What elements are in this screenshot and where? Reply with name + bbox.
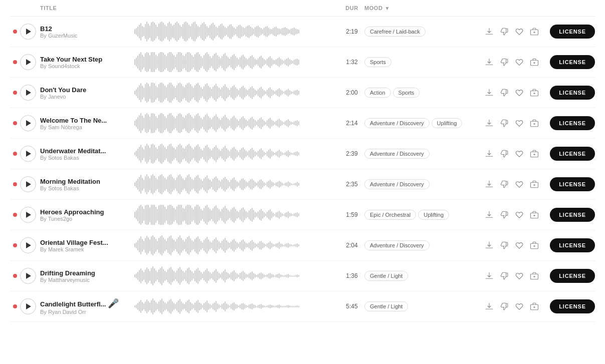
download-icon <box>485 271 494 280</box>
add-to-collection-button[interactable] <box>529 148 540 159</box>
add-to-collection-button[interactable] <box>529 270 540 281</box>
heart-icon <box>515 180 524 189</box>
track-actions <box>480 57 540 68</box>
like-button[interactable] <box>514 301 525 312</box>
play-btn-col <box>20 268 40 284</box>
download-button[interactable] <box>484 301 495 312</box>
track-duration: 2:04 <box>339 242 364 249</box>
license-button[interactable]: LICENSE <box>550 208 595 222</box>
track-title: Underwater Meditat... <box>40 147 125 155</box>
play-button[interactable] <box>20 298 36 314</box>
download-button[interactable] <box>484 240 495 251</box>
license-button[interactable]: LICENSE <box>550 116 595 130</box>
download-button[interactable] <box>484 87 495 98</box>
waveform[interactable] <box>130 144 339 164</box>
play-button[interactable] <box>20 268 36 284</box>
license-button[interactable]: LICENSE <box>550 238 595 252</box>
play-button[interactable] <box>20 115 36 131</box>
track-info: Heroes Approaching By Tunes2go <box>40 208 130 222</box>
add-to-collection-button[interactable] <box>529 118 540 129</box>
waveform[interactable] <box>130 113 339 133</box>
waveform[interactable] <box>130 83 339 103</box>
waveform[interactable] <box>130 52 339 72</box>
like-button[interactable] <box>514 209 525 220</box>
like-button[interactable] <box>514 118 525 129</box>
play-triangle-icon <box>26 212 31 218</box>
dislike-button[interactable] <box>499 57 510 68</box>
track-active-dot <box>13 274 17 278</box>
like-button[interactable] <box>514 270 525 281</box>
license-button[interactable]: LICENSE <box>550 269 595 283</box>
like-button[interactable] <box>514 87 525 98</box>
dislike-button[interactable] <box>499 118 510 129</box>
play-button[interactable] <box>20 85 36 101</box>
track-dot-col <box>10 243 20 247</box>
download-button[interactable] <box>484 148 495 159</box>
add-to-collection-button[interactable] <box>529 26 540 37</box>
play-button[interactable] <box>20 176 36 192</box>
add-to-collection-button[interactable] <box>529 301 540 312</box>
dislike-button[interactable] <box>499 26 510 37</box>
waveform[interactable] <box>130 174 339 194</box>
waveform[interactable] <box>130 205 339 225</box>
track-active-dot <box>13 213 17 217</box>
add-to-collection-button[interactable] <box>529 240 540 251</box>
like-button[interactable] <box>514 57 525 68</box>
track-actions <box>480 240 540 251</box>
license-button[interactable]: LICENSE <box>550 177 595 191</box>
mood-tag: Adventure / Discovery <box>364 118 430 128</box>
download-icon <box>485 241 494 250</box>
download-button[interactable] <box>484 209 495 220</box>
dislike-button[interactable] <box>499 148 510 159</box>
play-btn-col <box>20 237 40 253</box>
license-button[interactable]: LICENSE <box>550 86 595 100</box>
thumbs-down-icon <box>500 88 509 97</box>
play-button[interactable] <box>20 237 36 253</box>
heart-icon <box>515 302 524 311</box>
download-icon <box>485 302 494 311</box>
track-info: Oriental Village Fest... By Marek Sramek <box>40 239 130 252</box>
waveform[interactable] <box>130 235 339 255</box>
mood-tags: Gentle / Light <box>364 271 480 281</box>
add-to-collection-button[interactable] <box>529 179 540 190</box>
dislike-button[interactable] <box>499 87 510 98</box>
track-duration: 2:35 <box>339 181 364 188</box>
play-button[interactable] <box>20 146 36 162</box>
dislike-button[interactable] <box>499 301 510 312</box>
play-button[interactable] <box>20 54 36 70</box>
track-active-dot <box>13 30 17 34</box>
header-mood[interactable]: MOOD ▼ <box>364 5 480 11</box>
license-button[interactable]: LICENSE <box>550 147 595 161</box>
like-button[interactable] <box>514 26 525 37</box>
download-button[interactable] <box>484 26 495 37</box>
dislike-button[interactable] <box>499 270 510 281</box>
track-actions <box>480 179 540 190</box>
heart-icon <box>515 27 524 36</box>
thumbs-down-icon <box>500 27 509 36</box>
music-table: TITLE DUR MOOD ▼ B12 By GuzerMusic 2:19 … <box>0 0 605 322</box>
license-button[interactable]: LICENSE <box>550 25 595 39</box>
add-to-collection-button[interactable] <box>529 57 540 68</box>
like-button[interactable] <box>514 148 525 159</box>
add-to-collection-button[interactable] <box>529 209 540 220</box>
download-button[interactable] <box>484 270 495 281</box>
dislike-button[interactable] <box>499 179 510 190</box>
track-active-dot <box>13 304 17 308</box>
folder-plus-icon <box>530 119 539 128</box>
dislike-button[interactable] <box>499 240 510 251</box>
license-col: LICENSE <box>540 299 595 313</box>
download-button[interactable] <box>484 179 495 190</box>
dislike-button[interactable] <box>499 209 510 220</box>
add-to-collection-button[interactable] <box>529 87 540 98</box>
license-button[interactable]: LICENSE <box>550 55 595 69</box>
download-button[interactable] <box>484 57 495 68</box>
waveform[interactable] <box>130 296 339 316</box>
like-button[interactable] <box>514 179 525 190</box>
download-button[interactable] <box>484 118 495 129</box>
license-button[interactable]: LICENSE <box>550 299 595 313</box>
waveform[interactable] <box>130 266 339 286</box>
waveform[interactable] <box>130 22 339 42</box>
play-button[interactable] <box>20 24 36 40</box>
play-button[interactable] <box>20 207 36 223</box>
like-button[interactable] <box>514 240 525 251</box>
